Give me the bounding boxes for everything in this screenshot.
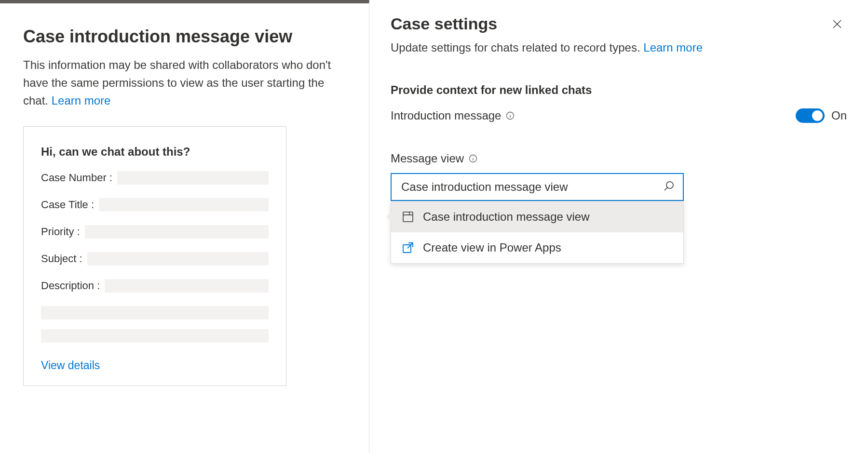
message-view-label: Message view	[391, 152, 847, 165]
field-label: Subject :	[41, 253, 82, 265]
placeholder-bar	[99, 198, 269, 212]
placeholder-bar	[41, 329, 269, 343]
dropdown-option-label: Create view in Power Apps	[423, 241, 561, 254]
svg-line-9	[665, 187, 667, 190]
field-case-title: Case Title :	[41, 198, 269, 212]
field-label: Case Title :	[41, 199, 94, 211]
svg-point-7	[473, 157, 473, 157]
dropdown-pointer	[386, 212, 391, 222]
field-case-number: Case Number :	[41, 171, 269, 185]
field-priority: Priority :	[41, 225, 269, 239]
message-view-searchbox[interactable]	[391, 173, 684, 201]
info-icon[interactable]	[469, 154, 477, 163]
close-button[interactable]	[827, 14, 847, 34]
intro-message-row: Introduction message On	[391, 108, 847, 123]
field-label: Priority :	[41, 226, 80, 238]
settings-title: Case settings	[391, 14, 847, 33]
intro-message-label: Introduction message	[391, 109, 515, 122]
dropdown-option-label: Case introduction message view	[423, 210, 590, 224]
placeholder-bar	[85, 225, 269, 239]
search-icon	[663, 180, 675, 194]
intro-message-toggle[interactable]	[796, 108, 825, 123]
preview-title: Case introduction message view	[23, 26, 346, 47]
field-label: Description :	[41, 280, 100, 292]
settings-subtitle: Update settings for chats related to rec…	[391, 41, 847, 54]
learn-more-link[interactable]: Learn more	[52, 94, 111, 107]
placeholder-bar	[87, 252, 269, 266]
dropdown-option-case-intro[interactable]: Case introduction message view	[391, 201, 683, 232]
info-icon[interactable]	[506, 111, 515, 120]
preview-panel: Case introduction message view This info…	[0, 0, 369, 453]
svg-point-4	[510, 114, 511, 114]
message-preview-card: Hi, can we chat about this? Case Number …	[23, 126, 286, 386]
placeholder-bar	[117, 171, 269, 185]
settings-panel: Case settings Update settings for chats …	[369, 0, 868, 453]
msg-view-text: Message view	[391, 152, 464, 165]
field-description-extra	[41, 306, 269, 343]
intro-toggle-wrap: On	[796, 108, 847, 123]
message-view-dropdown: Case introduction message view Create vi…	[391, 201, 684, 264]
intro-label-text: Introduction message	[391, 109, 501, 122]
close-icon	[831, 18, 843, 30]
dropdown-option-create-view[interactable]: Create view in Power Apps	[391, 232, 683, 263]
svg-rect-10	[403, 212, 413, 222]
placeholder-bar	[105, 279, 269, 293]
preview-description: This information may be shared with coll…	[23, 56, 346, 110]
field-subject: Subject :	[41, 252, 269, 266]
chat-intro-title: Hi, can we chat about this?	[41, 145, 269, 159]
svg-line-14	[407, 243, 413, 248]
message-view-input[interactable]	[401, 180, 663, 194]
view-icon	[402, 211, 414, 223]
open-external-icon	[402, 241, 414, 254]
toggle-state-label: On	[831, 109, 847, 122]
placeholder-bar	[41, 306, 269, 320]
field-label: Case Number :	[41, 172, 112, 184]
learn-more-link[interactable]: Learn more	[643, 41, 703, 54]
settings-subtitle-text: Update settings for chats related to rec…	[391, 41, 643, 54]
field-description: Description :	[41, 279, 269, 293]
svg-point-8	[666, 182, 673, 188]
view-details-link[interactable]: View details	[41, 359, 100, 372]
toggle-knob	[812, 110, 823, 121]
section-header: Provide context for new linked chats	[391, 83, 847, 97]
